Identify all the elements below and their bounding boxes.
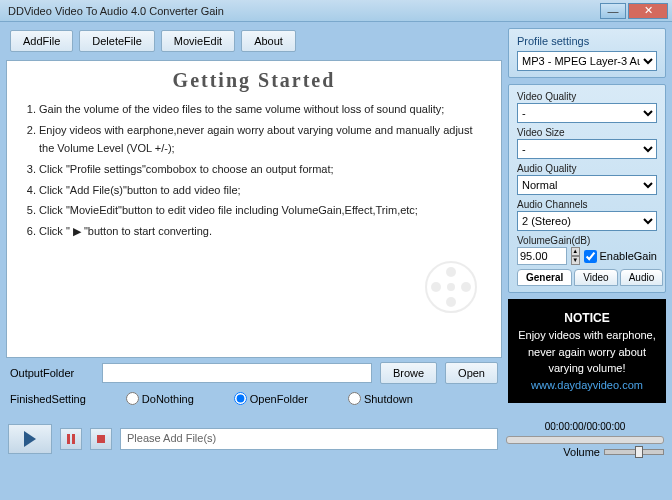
svg-point-3 [446,297,456,307]
profile-select[interactable]: MP3 - MPEG Layer-3 Audio [517,51,657,71]
close-button[interactable]: ✕ [628,3,668,19]
notice-panel: NOTICE Enjoy videos with earphone, never… [508,299,666,403]
time-display: 00:00:00/00:00:00 [506,419,664,434]
volumegain-input[interactable] [517,247,567,265]
tab-video[interactable]: Video [574,269,617,286]
video-quality-select[interactable]: - [517,103,657,123]
spin-up-icon[interactable]: ▲ [571,247,580,256]
addfile-button[interactable]: AddFile [10,30,73,52]
svg-point-2 [461,282,471,292]
volume-slider[interactable] [604,449,664,455]
step-5: Click "MovieEdit"button to edit video fi… [39,201,487,220]
svg-point-1 [446,267,456,277]
deletefile-button[interactable]: DeleteFile [79,30,155,52]
notice-line1: Enjoy videos with earphone, [514,327,660,344]
audio-channels-select[interactable]: 2 (Stereo) [517,211,657,231]
getting-started-panel: Getting Started Gain the volume of the v… [6,60,502,358]
volumegain-label: VolumeGain(dB) [517,235,657,246]
video-size-label: Video Size [517,127,657,138]
about-button[interactable]: About [241,30,296,52]
video-quality-label: Video Quality [517,91,657,102]
outputfolder-label: OutputFolder [10,367,94,379]
svg-point-5 [447,283,455,291]
donothing-radio[interactable]: DoNothing [126,392,194,405]
svg-point-4 [431,282,441,292]
film-reel-icon [421,257,481,317]
movieedit-button[interactable]: MovieEdit [161,30,235,52]
progress-bar[interactable] [506,436,664,444]
notice-title: NOTICE [514,309,660,327]
tab-general[interactable]: General [517,269,572,286]
outputfolder-input[interactable] [102,363,372,383]
pause-button[interactable] [60,428,82,450]
step-1: Gain the volume of the video files to th… [39,100,487,119]
audio-quality-select[interactable]: Normal [517,175,657,195]
step-4: Click "Add File(s)"button to add video f… [39,181,487,200]
step-3: Click "Profile settings"combobox to choo… [39,160,487,179]
window-title: DDVideo Video To Audio 4.0 Converter Gai… [4,5,598,17]
audio-channels-label: Audio Channels [517,199,657,210]
step-6: Click " ▶ "button to start converting. [39,222,487,241]
notice-line2: never again worry about [514,344,660,361]
volume-label: Volume [563,446,600,458]
shutdown-radio[interactable]: Shutdown [348,392,413,405]
profile-settings-title: Profile settings [517,35,657,47]
video-size-select[interactable]: - [517,139,657,159]
finishedsetting-label: FinishedSetting [10,393,86,405]
audio-quality-label: Audio Quality [517,163,657,174]
play-icon [24,431,36,447]
open-button[interactable]: Open [445,362,498,384]
stop-button[interactable] [90,428,112,450]
notice-link[interactable]: www.daydayvideo.com [514,377,660,394]
notice-line3: varying volume! [514,360,660,377]
stop-icon [97,435,105,443]
spin-down-icon[interactable]: ▼ [571,256,580,265]
enablegain-checkbox[interactable]: EnableGain [584,250,658,263]
tab-audio[interactable]: Audio [620,269,664,286]
status-text: Please Add File(s) [120,428,498,450]
openfolder-radio[interactable]: OpenFolder [234,392,308,405]
play-button[interactable] [8,424,52,454]
step-2: Enjoy videos with earphone,never again w… [39,121,487,158]
minimize-button[interactable]: — [600,3,626,19]
pause-icon [67,434,75,444]
browse-button[interactable]: Browe [380,362,437,384]
heading: Getting Started [21,69,487,92]
